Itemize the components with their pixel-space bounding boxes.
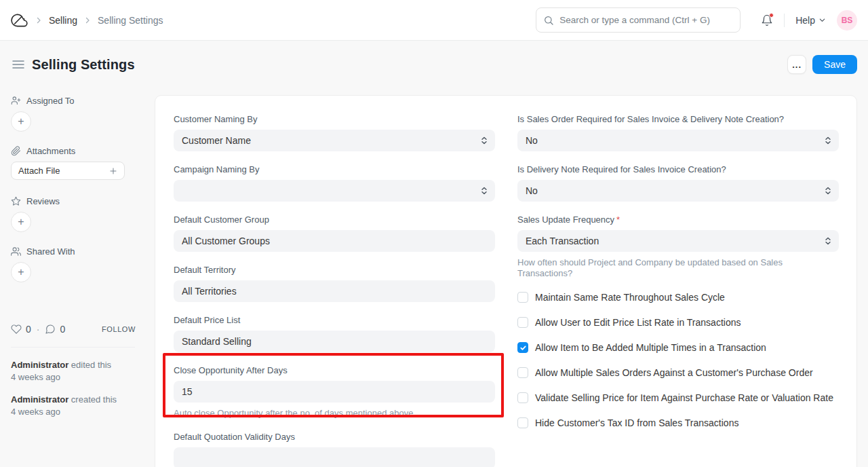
- select-chevron-icon: [825, 236, 831, 246]
- checkbox-row-hide-customer-tax-id[interactable]: Hide Customer's Tax ID from Sales Transa…: [517, 417, 839, 428]
- breadcrumb-selling-settings[interactable]: Selling Settings: [98, 15, 163, 26]
- checkbox[interactable]: [517, 317, 528, 328]
- select-chevron-icon: [481, 185, 488, 196]
- sidebar-divider: [11, 347, 135, 348]
- help-label: Help: [795, 15, 815, 26]
- field-default-territory: Default Territory: [174, 265, 495, 302]
- global-search[interactable]: [536, 7, 741, 33]
- heart-icon[interactable]: [11, 324, 22, 335]
- page-title: Selling Settings: [32, 57, 135, 73]
- page-header: Selling Settings ... Save: [0, 41, 868, 88]
- field-label-text: Sales Update Frequency: [517, 214, 614, 225]
- checkbox-label: Allow Item to Be Added Multiple Times in…: [535, 342, 766, 353]
- sales-update-frequency-input[interactable]: [517, 230, 839, 252]
- star-icon: [11, 196, 21, 206]
- field-label-text: Campaign Naming By: [174, 164, 259, 175]
- field-default-quotation-validity-days: Default Quotation Validity Days: [174, 432, 495, 467]
- add-assignment-button[interactable]: +: [11, 111, 31, 132]
- search-input[interactable]: [559, 15, 733, 25]
- field-sales-update-frequency: Sales Update Frequency * How often shoul…: [517, 214, 839, 279]
- like-count: 0: [26, 324, 31, 335]
- required-asterisk: *: [616, 214, 620, 225]
- field-sales-order-required: Is Sales Order Required for Sales Invoic…: [517, 114, 839, 151]
- attachments-label: Attachments: [26, 146, 75, 156]
- attachments-section: Attachments Attach File: [11, 145, 136, 195]
- checkbox-row-allow-item-multiple-times[interactable]: Allow Item to Be Added Multiple Times in…: [517, 342, 839, 353]
- field-label-text: Customer Naming By: [174, 114, 258, 125]
- reviews-section: Reviews +: [11, 195, 136, 246]
- attach-file-label: Attach File: [18, 166, 60, 176]
- default-territory-input[interactable]: [174, 280, 495, 302]
- checkbox-row-validate-selling-price[interactable]: Validate Selling Price for Item Against …: [517, 392, 839, 403]
- assigned-to-section: Assigned To +: [11, 95, 136, 145]
- activity-user: Administrator: [11, 360, 68, 370]
- field-close-opportunity-after-days: Close Opportunity After Days Auto close …: [174, 365, 495, 419]
- navbar-divider: [784, 14, 785, 27]
- follow-button[interactable]: FOLLOW: [102, 325, 136, 333]
- dot-separator: ·: [37, 324, 40, 335]
- activity-action: created this: [71, 394, 117, 405]
- sidebar-toggle-button[interactable]: [11, 58, 26, 71]
- menu-icon: [12, 60, 24, 69]
- field-label-text: Is Delivery Note Required for Sales Invo…: [517, 164, 726, 175]
- field-label-text: Default Customer Group: [174, 214, 269, 225]
- shared-with-section: Shared With +: [11, 246, 136, 296]
- default-quotation-validity-days-input[interactable]: [174, 447, 495, 467]
- shared-with-label: Shared With: [26, 246, 75, 257]
- checkbox[interactable]: [517, 392, 528, 403]
- field-delivery-note-required: Is Delivery Note Required for Sales Invo…: [517, 164, 839, 202]
- activity-time: 4 weeks ago: [11, 407, 60, 417]
- attach-file-button[interactable]: Attach File: [11, 162, 125, 180]
- default-price-list-input[interactable]: [174, 331, 495, 352]
- checkbox-row-allow-multiple-sales-orders[interactable]: Allow Multiple Sales Orders Against a Cu…: [517, 367, 839, 378]
- form-column-right: Is Sales Order Required for Sales Invoic…: [517, 114, 839, 467]
- activity-time: 4 weeks ago: [11, 372, 60, 382]
- checkbox[interactable]: [517, 417, 528, 428]
- checkbox[interactable]: [517, 342, 528, 353]
- checkbox-label: Hide Customer's Tax ID from Sales Transa…: [535, 417, 738, 428]
- field-label-text: Default Territory: [174, 265, 236, 276]
- field-description: Auto close Opportunity after the no. of …: [174, 408, 495, 419]
- checkbox-label: Allow Multiple Sales Orders Against a Cu…: [535, 367, 813, 378]
- field-campaign-naming-by: Campaign Naming By: [174, 164, 495, 202]
- checkbox[interactable]: [517, 367, 528, 378]
- more-options-button[interactable]: ...: [787, 55, 806, 74]
- user-avatar[interactable]: BS: [837, 10, 857, 31]
- campaign-naming-by-input[interactable]: [174, 180, 495, 202]
- comment-count: 0: [60, 324, 65, 335]
- default-customer-group-input[interactable]: [174, 230, 495, 252]
- checkbox-label: Validate Selling Price for Item Against …: [535, 392, 833, 403]
- activity-action: edited this: [71, 360, 111, 370]
- chevron-right-icon: [35, 16, 43, 24]
- paperclip-icon: [11, 146, 21, 156]
- checkbox-label: Maintain Same Rate Throughout Sales Cycl…: [535, 292, 725, 303]
- checkbox-row-maintain-same-rate[interactable]: Maintain Same Rate Throughout Sales Cycl…: [517, 292, 839, 303]
- add-review-button[interactable]: +: [11, 212, 31, 232]
- customer-naming-by-input[interactable]: [174, 130, 495, 151]
- notifications-button[interactable]: [761, 14, 773, 26]
- close-opportunity-after-days-input[interactable]: [174, 381, 495, 403]
- app-logo[interactable]: [11, 12, 28, 29]
- checkbox[interactable]: [517, 292, 528, 303]
- sales-order-required-input[interactable]: [517, 130, 839, 151]
- save-button[interactable]: Save: [812, 55, 857, 74]
- help-menu-button[interactable]: Help: [795, 15, 826, 26]
- search-icon: [543, 15, 554, 26]
- select-chevron-icon: [481, 135, 488, 146]
- social-row: 0 · 0 FOLLOW: [11, 324, 136, 335]
- delivery-note-required-input[interactable]: [517, 180, 839, 202]
- breadcrumb-selling[interactable]: Selling: [49, 15, 77, 26]
- select-chevron-icon: [825, 135, 831, 146]
- activity-created: Administrator created this 4 weeks ago: [11, 394, 136, 418]
- form-sidebar: Assigned To + Attachments Attach File Re…: [11, 95, 136, 418]
- add-share-button[interactable]: +: [11, 262, 31, 282]
- chevron-down-icon: [818, 16, 826, 24]
- assigned-to-label: Assigned To: [26, 96, 75, 106]
- breadcrumb: Selling Selling Settings: [11, 12, 163, 29]
- field-description: How often should Project and Company be …: [517, 257, 839, 279]
- top-navbar: Selling Selling Settings Help BS: [0, 0, 868, 41]
- field-label-text: Close Opportunity After Days: [174, 365, 288, 376]
- comment-icon[interactable]: [45, 324, 56, 335]
- checkbox-label: Allow User to Edit Price List Rate in Tr…: [535, 317, 741, 328]
- checkbox-row-allow-user-edit-price-list-rate[interactable]: Allow User to Edit Price List Rate in Tr…: [517, 317, 839, 328]
